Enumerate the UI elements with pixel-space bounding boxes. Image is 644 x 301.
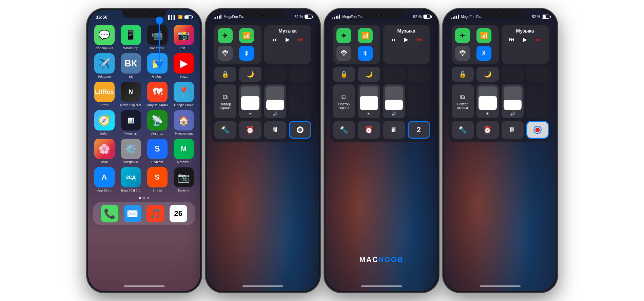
app-litres[interactable]: LitRes Читай! [93, 82, 116, 107]
volume-icon-3: 🔊 [391, 112, 396, 116]
battery-icon-2 [305, 15, 312, 19]
prev-btn-2[interactable]: ⏮ [272, 37, 277, 43]
wifi-btn-3[interactable] [336, 46, 351, 61]
alarm-btn-2[interactable]: ⏰ [239, 121, 261, 139]
app-locator[interactable]: 📡 Локатор [146, 110, 169, 135]
volume-slider-3[interactable]: 🔊 [383, 84, 405, 118]
cc-top-row-2: ✈ 📶 Музыка ⏮ [214, 25, 311, 64]
app-telegram[interactable]: ✈️ Telegram [93, 53, 116, 78]
app-settings[interactable]: ⚙️ Настройки [119, 139, 142, 164]
volume-slider-4[interactable]: 🔊 [502, 84, 524, 118]
moon-btn-2[interactable]: 🌙 [239, 67, 261, 82]
volume-down-button[interactable] [86, 92, 87, 111]
app-news-icon: N [121, 82, 141, 102]
app-yandex-maps[interactable]: 🗺 Яндекс.Карты [146, 82, 169, 107]
bluetooth-btn-2[interactable] [239, 46, 254, 61]
screen-mirror-btn-2[interactable]: ⧉ Повторэкрана [214, 84, 237, 118]
screen-record-countdown-btn-3[interactable]: 2 [408, 121, 430, 139]
mute-button-3[interactable] [324, 49, 325, 61]
calculator-btn-2[interactable]: 🖩 [264, 121, 287, 139]
play-btn-4[interactable]: ▶ [523, 36, 527, 43]
power-button-4[interactable] [557, 63, 558, 87]
volume-up-button[interactable] [86, 68, 87, 87]
moon-btn-4[interactable]: 🌙 [476, 67, 499, 82]
app-google-maps[interactable]: 📍 Google Maps [172, 82, 195, 107]
app-bsd[interactable]: ЗСД Ваш ЗСД 2.0 [119, 167, 142, 192]
app-camera[interactable]: 📷 Камера [172, 167, 195, 192]
wifi-signal-btn-3[interactable]: 📶 [358, 28, 373, 43]
mute-button[interactable] [86, 49, 87, 61]
app-travel[interactable]: 🏠 Путешествие [172, 110, 195, 135]
volume-down-button-2[interactable] [205, 92, 206, 111]
moon-btn-3[interactable]: 🌙 [358, 67, 380, 82]
alarm-btn-3[interactable]: ⏰ [358, 121, 380, 139]
power-button-2[interactable] [320, 63, 320, 87]
volume-up-button-2[interactable] [205, 68, 206, 87]
volume-up-button-4[interactable] [443, 68, 443, 87]
calculator-btn-4[interactable]: 🖩 [502, 121, 524, 139]
volume-up-button-3[interactable] [324, 68, 325, 87]
dock-phone[interactable]: 📞 [101, 205, 118, 222]
dock-mail-icon: ✉️ [124, 205, 141, 222]
airplane-mode-btn-3[interactable]: ✈ [336, 28, 351, 43]
calculator-btn-3[interactable]: 🖩 [383, 121, 405, 139]
app-messages[interactable]: 💬 Сообщения [93, 25, 116, 50]
volume-track-2 [266, 86, 285, 110]
app-appstore[interactable]: A App Store [93, 167, 116, 192]
bluetooth-btn-4[interactable] [476, 46, 491, 61]
prev-btn-3[interactable]: ⏮ [390, 37, 396, 43]
mute-button-4[interactable] [443, 49, 443, 61]
volume-down-button-4[interactable] [443, 92, 443, 111]
app-megafon[interactable]: M МегаФон [172, 139, 195, 164]
wifi-btn-4[interactable] [455, 46, 470, 61]
bluetooth-btn-3[interactable] [358, 46, 373, 61]
cc-bottom-row-4: 🔦 ⏰ 🖩 [452, 121, 549, 139]
app-shazam[interactable]: S Shazam [146, 139, 169, 164]
wifi-signal-btn-4[interactable]: 📶 [476, 28, 491, 43]
app-photos[interactable]: 🌸 Фото [93, 139, 116, 164]
next-btn-2[interactable]: ⏭ [298, 37, 304, 43]
power-button[interactable] [201, 63, 202, 87]
signal-bars-4 [451, 15, 459, 19]
app-whatsapp[interactable]: 📱 WhatsApp [119, 25, 142, 50]
screen-mirror-btn-3[interactable]: ⧉ Повторэкрана [333, 84, 355, 118]
volume-slider-2[interactable]: 🔊 [264, 84, 287, 118]
power-button-3[interactable] [438, 63, 439, 87]
flashlight-btn-2[interactable]: 🔦 [214, 121, 237, 139]
play-btn-2[interactable]: ▶ [286, 36, 290, 43]
next-btn-3[interactable]: ⏭ [417, 37, 422, 43]
prev-btn-4[interactable]: ⏮ [509, 37, 514, 43]
alarm-btn-4[interactable]: ⏰ [476, 121, 499, 139]
volume-down-button-3[interactable] [324, 92, 325, 111]
wifi-btn-2[interactable] [218, 46, 233, 61]
wifi-signal-btn-2[interactable]: 📶 [239, 28, 254, 43]
airplane-mode-btn-4[interactable]: ✈ [455, 28, 470, 43]
brightness-slider-2[interactable]: ☀ [239, 84, 261, 118]
play-btn-3[interactable]: ▶ [404, 36, 408, 43]
brightness-slider-3[interactable]: ☀ [358, 84, 380, 118]
dock-calendar[interactable]: 26 [170, 205, 187, 222]
next-btn-4[interactable]: ⏭ [535, 37, 541, 43]
flashlight-btn-4[interactable]: 🔦 [452, 121, 474, 139]
app-strava[interactable]: S Strava [146, 167, 169, 192]
app-safari[interactable]: 🧭 Safari [93, 110, 116, 135]
airplane-mode-btn-2[interactable]: ✈ [218, 28, 233, 43]
rotation-lock-btn-3[interactable]: 🔒 [333, 67, 355, 82]
dock-music[interactable]: 🎵 [147, 205, 164, 222]
flashlight-btn-3[interactable]: 🔦 [333, 121, 355, 139]
screen-record-btn-2[interactable] [289, 121, 311, 139]
app-news[interactable]: N News Explorer [119, 82, 142, 107]
rotation-lock-btn-4[interactable]: 🔒 [452, 67, 474, 82]
app-vk[interactable]: ВК ВК [119, 53, 142, 78]
status-right: ▌▌▌ 📶 [168, 15, 192, 19]
mute-button-2[interactable] [205, 49, 206, 61]
signal-bar-3-5 [339, 15, 340, 19]
brightness-slider-4[interactable]: ☀ [476, 84, 499, 118]
app-instagram[interactable]: 📸 Inst... [172, 25, 195, 50]
rotation-lock-btn-2[interactable]: 🔒 [214, 67, 237, 82]
screen-record-active-btn-4[interactable] [526, 121, 549, 139]
screen-mirror-btn-4[interactable]: ⧉ Повторэкрана [452, 84, 474, 118]
dock-mail[interactable]: ✉️ [124, 205, 141, 222]
app-finance[interactable]: 📊 Финансы [119, 110, 142, 135]
app-youtube[interactable]: ▶ You... [172, 53, 195, 78]
